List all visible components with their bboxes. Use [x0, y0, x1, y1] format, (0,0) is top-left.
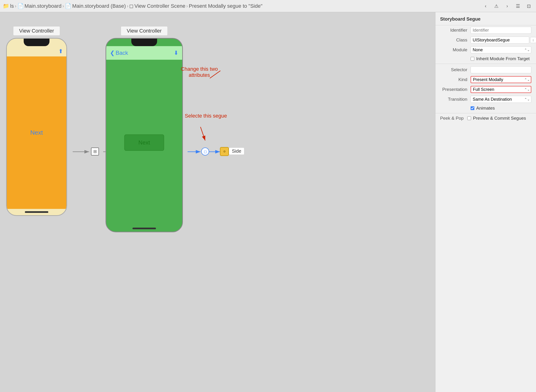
segue-box-node[interactable]: ⊞ [91, 148, 99, 155]
class-input-wrapper: ↑ ▼ [471, 37, 536, 44]
inspector-transition-row: Transition Same As Destination Cover Ver… [436, 94, 536, 104]
vc1-next-label: Next [30, 129, 43, 136]
breadcrumb-item-2[interactable]: 📄 Main.storyboard [17, 3, 62, 9]
inspector-panel: Storyboard Segue Identifier Class ↑ ▼ Mo… [435, 12, 536, 392]
segue-grid-icon: ⊞ [93, 149, 97, 154]
share-icon: ⬆ [58, 48, 63, 54]
inspector-identifier-row: Identifier [436, 25, 536, 35]
inherit-module-row: Inherit Module From Target [436, 55, 536, 63]
breadcrumb-sep-2: › [62, 3, 64, 9]
peek-value: Preview & Commit Segues [473, 116, 526, 121]
kind-label: Kind [440, 77, 471, 82]
breadcrumb-item-3[interactable]: 📄 Main.storyboard (Base) [65, 3, 126, 9]
scene-icon: ◻ [129, 3, 134, 9]
storyboard-base-icon: 📄 [65, 3, 71, 9]
breadcrumb: 📁 ls › 📄 Main.storyboard › 📄 Main.storyb… [3, 3, 480, 9]
segue-circle-node[interactable]: ◻ [201, 148, 209, 155]
vc1-card: View Controller ⬆ Next [6, 26, 67, 216]
breadcrumb-sep-3: › [127, 3, 129, 9]
vc2-next-button[interactable]: Next [124, 134, 164, 151]
vc2-title: View Controller [121, 26, 168, 36]
phone-notch-2 [131, 39, 157, 46]
selector-label: Selector [440, 67, 471, 72]
side-gear-icon: ⚙ [223, 150, 226, 153]
divider-2 [436, 113, 536, 113]
animates-checkbox[interactable] [471, 106, 474, 110]
kind-select[interactable]: Present Modally Show Show Detail Present… [471, 76, 531, 83]
breadcrumb-item-1[interactable]: 📁 ls [3, 3, 14, 9]
vc1-title: View Controller [13, 26, 60, 36]
phone-green-body: Next [106, 60, 182, 225]
kind-select-wrapper: Present Modally Show Show Detail Present… [471, 76, 531, 83]
breadcrumb-sep-4: › [187, 3, 188, 9]
identifier-input[interactable] [471, 27, 531, 34]
nav-warning-button[interactable]: ⚠ [492, 2, 501, 10]
inherit-module-checkbox[interactable] [471, 57, 474, 61]
identifier-label: Identifier [440, 28, 471, 33]
phone-home-bar-2 [133, 228, 156, 229]
storyboard-icon: 📄 [17, 3, 24, 9]
module-select-wrapper: None ⌃⌄ [471, 46, 531, 53]
vc2-card: View Controller ❮ Back ⬇ Next [105, 26, 183, 232]
class-input[interactable] [471, 37, 529, 44]
presentation-label: Presentation [440, 87, 471, 92]
nav-back-button[interactable]: ‹ [481, 2, 490, 10]
inspector-title: Storyboard Segue [436, 12, 536, 25]
presentation-select[interactable]: Full Screen Automatic Form Sheet Page Sh… [471, 86, 531, 93]
module-select[interactable]: None [471, 46, 531, 53]
back-button[interactable]: ❮ Back [110, 50, 128, 56]
inspector-selector-row: Selector [436, 65, 536, 75]
divider-1 [436, 64, 536, 64]
layout-button[interactable]: ⊡ [524, 2, 533, 10]
breadcrumb-item-5[interactable]: Present Modally segue to "Side" [189, 3, 262, 9]
folder-icon: 📁 [3, 3, 9, 9]
transition-select-wrapper: Same As Destination Cover Vertical Flip … [471, 96, 531, 103]
peek-row: Peek & Pop Preview & Commit Segues [436, 114, 536, 122]
breadcrumb-item-4[interactable]: ◻ View Controller Scene [129, 3, 185, 9]
inspector-class-row: Class ↑ ▼ [436, 35, 536, 45]
toolbar-right: ‹ ⚠ › ☰ ⊡ [481, 2, 533, 10]
side-destination-node[interactable]: ⚙ [220, 147, 229, 156]
class-icon-btn-1[interactable]: ↑ [530, 37, 536, 43]
segue-circle-icon: ◻ [204, 149, 207, 154]
annotation-change-attrs: Change this two attributes [176, 66, 223, 78]
toolbar: 📁 ls › 📄 Main.storyboard › 📄 Main.storyb… [0, 0, 536, 12]
svg-line-8 [201, 127, 205, 140]
phone-home-bar-1 [25, 211, 48, 213]
module-label: Module [440, 47, 471, 52]
nav-forward-button[interactable]: › [503, 2, 512, 10]
peek-checkbox[interactable] [467, 116, 471, 120]
animates-label: Animates [476, 106, 495, 111]
presentation-select-wrapper: Full Screen Automatic Form Sheet Page Sh… [471, 86, 531, 93]
inspector-kind-row: Kind Present Modally Show Show Detail Pr… [436, 75, 536, 84]
download-icon: ⬇ [174, 50, 178, 56]
inspector-presentation-row: Presentation Full Screen Automatic Form … [436, 84, 536, 94]
canvas-area[interactable]: View Controller ⬆ Next ⊞ View Controller [0, 12, 435, 392]
inherit-module-label: Inherit Module From Target [476, 56, 530, 61]
vc1-phone: ⬆ Next [6, 38, 67, 216]
transition-select[interactable]: Same As Destination Cover Vertical Flip … [471, 96, 531, 103]
phone-nav-bar: ❮ Back ⬇ [106, 46, 182, 60]
vc2-phone: ❮ Back ⬇ Next [105, 38, 183, 232]
animates-row: Animates [436, 104, 536, 112]
chevron-left-icon: ❮ [110, 50, 115, 56]
inspector-module-row: Module None ⌃⌄ [436, 45, 536, 55]
main-layout: View Controller ⬆ Next ⊞ View Controller [0, 12, 536, 392]
selector-input[interactable] [471, 66, 531, 73]
side-label: Side [229, 148, 244, 155]
breadcrumb-sep-1: › [15, 3, 16, 9]
phone-notch-1 [24, 39, 49, 46]
transition-label: Transition [440, 97, 471, 102]
phone-orange-body: Next [7, 56, 66, 209]
peek-label: Peek & Pop [440, 116, 464, 121]
class-label: Class [440, 37, 471, 43]
annotation-select-segue: Selecte this segue [182, 113, 229, 119]
menu-button[interactable]: ☰ [513, 2, 522, 10]
class-icons: ↑ ▼ [530, 37, 536, 43]
